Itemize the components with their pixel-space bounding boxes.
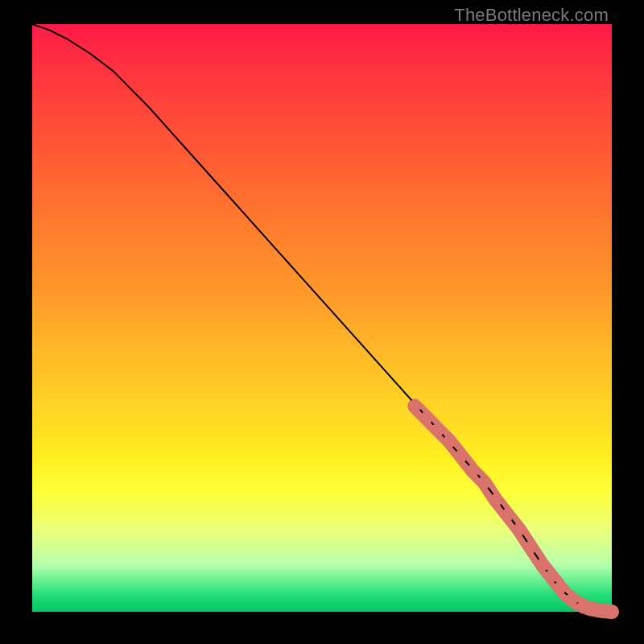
data-point: [536, 559, 549, 572]
chart-frame: TheBottleneck.com: [0, 0, 644, 644]
data-point: [513, 523, 526, 536]
data-point: [489, 493, 502, 506]
data-point: [588, 604, 601, 617]
data-point: [443, 435, 456, 448]
data-point: [420, 411, 433, 424]
data-point: [478, 476, 491, 489]
data-point: [455, 450, 468, 463]
curve-layer: [32, 24, 612, 612]
data-point: [524, 541, 537, 554]
main-curve: [32, 24, 612, 612]
data-point: [576, 601, 589, 613]
plot-area: [32, 24, 612, 612]
data-point: [605, 605, 618, 618]
data-point: [431, 423, 444, 436]
data-point: [501, 509, 514, 522]
data-point: [466, 464, 479, 477]
data-point: [544, 570, 557, 583]
data-point: [565, 593, 578, 606]
watermark-text: TheBottleneck.com: [454, 5, 609, 26]
chart-svg: [32, 24, 612, 612]
data-point: [553, 582, 566, 595]
data-point: [408, 400, 421, 413]
points-layer: [408, 400, 618, 619]
